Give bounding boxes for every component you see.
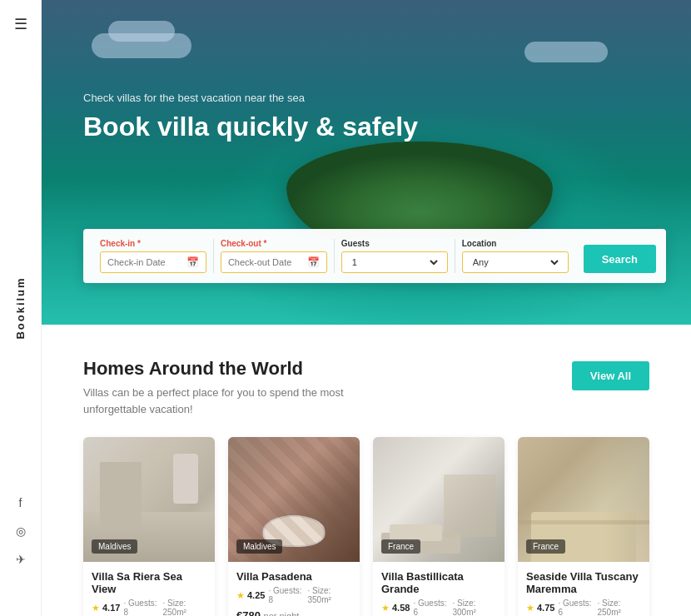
checkin-label: Check-in * xyxy=(100,239,206,248)
homes-description: Villas can be a perfect place for you to… xyxy=(83,385,366,417)
checkin-input[interactable] xyxy=(107,257,183,267)
card-info-2: Villa Pasadena ★ 4.25 · Guests: 8 · Size… xyxy=(228,562,360,616)
sidebar: ☰ Bookilum f ◎ ✈ xyxy=(0,0,42,616)
rating-value-1: 4.17 xyxy=(102,603,120,613)
card-title-2: Villa Pasadena xyxy=(236,570,351,583)
checkout-input[interactable] xyxy=(228,257,304,267)
facebook-icon[interactable]: f xyxy=(19,496,22,509)
card-image-4: France xyxy=(518,437,649,562)
property-card-2[interactable]: Maldives Villa Pasadena ★ 4.25 · Guests:… xyxy=(228,437,360,616)
card-title-4: Seaside Villa Tuscany Maremma xyxy=(526,570,641,595)
card-image-1: Maldives xyxy=(83,437,215,562)
location-badge-3: France xyxy=(381,539,420,554)
location-field: Location Any Maldives France Italy Spain xyxy=(455,239,575,273)
property-card-1[interactable]: Maldives Villa Sa Riera Sea View ★ 4.17 … xyxy=(83,437,215,616)
star-icon-1: ★ xyxy=(92,603,100,614)
cloud-decoration-3 xyxy=(524,42,608,62)
brand-label: Bookilum xyxy=(14,276,27,339)
homes-title: Homes Around the World xyxy=(83,358,366,380)
card-info-3: Villa Bastillicata Grande ★ 4.58 · Guest… xyxy=(373,562,505,616)
checkout-input-wrap: 📅 xyxy=(221,251,327,273)
hero-text-block: Check villas for the best vacation near … xyxy=(83,92,418,162)
cards-grid: Maldives Villa Sa Riera Sea View ★ 4.17 … xyxy=(83,437,649,616)
homes-section: Homes Around the World Villas can be a p… xyxy=(42,325,691,616)
star-icon-2: ★ xyxy=(236,590,245,601)
card-guests-4: · Guests: 6 xyxy=(558,599,594,616)
calendar-icon-checkin: 📅 xyxy=(186,256,199,268)
card-info-4: Seaside Villa Tuscany Maremma ★ 4.75 · G… xyxy=(518,562,649,616)
search-button[interactable]: Search xyxy=(584,245,656,273)
card-meta-4: ★ 4.75 · Guests: 6 · Size: 250m² xyxy=(526,599,641,616)
property-card-3[interactable]: France Villa Bastillicata Grande ★ 4.58 … xyxy=(373,437,505,616)
instagram-icon[interactable]: ◎ xyxy=(16,524,26,538)
hero-section: Check villas for the best vacation near … xyxy=(42,0,691,325)
guests-select[interactable]: 1 2 3 4 5 6 7 8 xyxy=(349,256,440,268)
card-rating-2: ★ 4.25 xyxy=(236,590,265,601)
checkout-label: Check-out * xyxy=(221,239,327,248)
calendar-icon-checkout: 📅 xyxy=(307,256,320,268)
star-icon-4: ★ xyxy=(526,603,534,614)
main-content: Check villas for the best vacation near … xyxy=(42,0,691,616)
card-image-3: France xyxy=(373,437,505,562)
guests-label: Guests xyxy=(341,239,448,248)
card-size-1: · Size: 250m² xyxy=(163,599,207,616)
card-size-3: · Size: 300m² xyxy=(453,599,497,616)
card-size-2: · Size: 350m² xyxy=(308,586,352,604)
rating-value-2: 4.25 xyxy=(247,590,265,600)
checkin-field: Check-in * 📅 xyxy=(93,239,214,273)
search-bar: Check-in * 📅 Check-out * 📅 Guests xyxy=(83,229,666,283)
view-all-button[interactable]: View All xyxy=(572,361,649,390)
card-rating-1: ★ 4.17 xyxy=(92,603,120,614)
card-guests-1: · Guests: 8 xyxy=(123,599,159,616)
card-meta-1: ★ 4.17 · Guests: 8 · Size: 250m² xyxy=(92,599,206,616)
homes-header: Homes Around the World Villas can be a p… xyxy=(83,358,649,417)
card-title-3: Villa Bastillicata Grande xyxy=(381,570,496,595)
card-guests-3: · Guests: 6 xyxy=(413,599,449,616)
checkout-field: Check-out * 📅 xyxy=(214,239,335,273)
location-badge-4: France xyxy=(526,539,565,554)
card-image-2: Maldives xyxy=(228,437,360,562)
rating-value-3: 4.58 xyxy=(392,603,410,613)
card-rating-4: ★ 4.75 xyxy=(526,603,554,614)
card-price-2: €780 per night xyxy=(236,609,351,616)
price-value-2: €780 xyxy=(236,609,261,616)
location-select[interactable]: Any Maldives France Italy Spain xyxy=(470,256,561,268)
card-rating-3: ★ 4.58 xyxy=(381,603,410,614)
location-badge-2: Maldives xyxy=(236,539,282,554)
card-meta-2: ★ 4.25 · Guests: 8 · Size: 350m² xyxy=(236,586,351,604)
card-guests-2: · Guests: 8 xyxy=(268,586,304,604)
homes-header-left: Homes Around the World Villas can be a p… xyxy=(83,358,366,417)
card-meta-3: ★ 4.58 · Guests: 6 · Size: 300m² xyxy=(381,599,496,616)
star-icon-3: ★ xyxy=(381,603,390,614)
cloud-decoration-2 xyxy=(108,21,175,42)
rating-value-4: 4.75 xyxy=(537,603,554,613)
price-per-2: per night xyxy=(264,611,300,616)
location-badge-1: Maldives xyxy=(92,539,137,554)
card-info-1: Villa Sa Riera Sea View ★ 4.17 · Guests:… xyxy=(83,562,215,616)
tripadvisor-icon[interactable]: ✈ xyxy=(16,553,26,566)
guests-select-wrap: 1 2 3 4 5 6 7 8 xyxy=(341,251,448,273)
location-label: Location xyxy=(462,239,569,248)
property-card-4[interactable]: France Seaside Villa Tuscany Maremma ★ 4… xyxy=(518,437,649,616)
hero-title: Book villa quickly & safely xyxy=(83,111,418,142)
checkin-input-wrap: 📅 xyxy=(100,251,206,273)
social-links: f ◎ ✈ xyxy=(16,496,26,566)
location-select-wrap: Any Maldives France Italy Spain xyxy=(462,251,569,273)
card-title-1: Villa Sa Riera Sea View xyxy=(92,570,206,595)
hero-subtitle: Check villas for the best vacation near … xyxy=(83,92,418,104)
guests-field: Guests 1 2 3 4 5 6 7 8 xyxy=(335,239,455,273)
card-size-4: · Size: 250m² xyxy=(598,599,642,616)
menu-icon[interactable]: ☰ xyxy=(14,17,27,32)
